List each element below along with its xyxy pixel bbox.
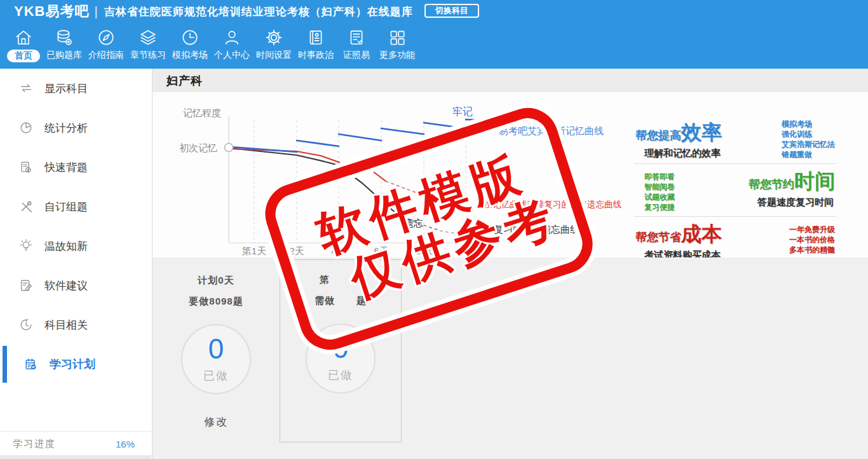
x-tick: 6天 <box>374 245 388 256</box>
promo-list-item: 错题重做 <box>782 149 835 160</box>
promo-list-item: 强化训练 <box>782 129 835 139</box>
nav-item-label: 模拟考场 <box>172 50 208 61</box>
done-count-circle: 0 已做 <box>306 324 376 394</box>
plan-total-questions-label: 要做8098题 <box>189 296 243 308</box>
sidebar-item-study-plan[interactable]: 学习计划 <box>0 345 152 384</box>
sidebar-item-label: 统计分析 <box>44 121 88 135</box>
sidebar-item-show-subjects[interactable]: 显示科目 <box>0 69 152 108</box>
promo-big-prefix: 帮您节约 <box>749 178 794 191</box>
daily-plan-card[interactable]: 第天 需做题 0 已做 <box>280 259 402 442</box>
subject-title-band: 妇产科 <box>153 69 868 92</box>
x-tick: 第1天 <box>242 245 266 256</box>
sidebar-item-quick-memorize[interactable]: 快速背题 <box>0 147 152 187</box>
nav-item-personal-center[interactable]: 个人中心 <box>211 23 253 61</box>
layers-icon <box>139 28 158 47</box>
nav-item-home[interactable]: 首页 <box>4 23 43 62</box>
x-tick: 4天 <box>331 245 346 256</box>
nav-item-purchased-banks[interactable]: 已购题库 <box>43 23 85 61</box>
done-count: 0 <box>208 335 224 363</box>
nav-item-label: 时间设置 <box>256 50 292 61</box>
sidebar-item-review-old[interactable]: 温故知新 <box>0 226 152 266</box>
tools-icon <box>19 200 33 214</box>
plan-icon <box>24 357 38 371</box>
logo-divider: | <box>94 4 97 19</box>
nav-item-label: 介绍指南 <box>88 50 124 61</box>
promo-big-word: 效率 <box>681 121 722 144</box>
promo-big-word: 成本 <box>681 223 722 245</box>
need-do-label-suffix: 题 <box>356 295 367 307</box>
promo-row-cost: 帮您节省成本 考试资料购买成本 一年免费升级 一本书的价格 多本书的精髓 <box>634 216 836 257</box>
sidebar-item-software-feedback[interactable]: 软件建议 <box>0 266 152 305</box>
promo-list-item: 模拟考场 <box>782 119 835 129</box>
sidebar-item-label: 自订组题 <box>44 200 88 214</box>
chart-blue-series-label: 易考吧艾宾浩斯记忆曲线 <box>499 125 604 136</box>
clock-icon <box>180 28 200 47</box>
promo-list-item: 多本书的精髓 <box>789 245 835 255</box>
sidebar-item-label: 软件建议 <box>44 278 88 293</box>
day-label-suffix: 天 <box>351 274 362 286</box>
gear-icon <box>264 28 283 47</box>
study-progress-label: 学习进度 <box>13 438 56 450</box>
chart-ylabel: 记忆程度 <box>183 107 221 118</box>
navbar: 首页 已购题库 介绍指南 章节练习 模拟考场 <box>0 23 868 69</box>
app-title: 吉林省住院医师规范化培训结业理论考核（妇产科）在线题库 <box>104 4 413 19</box>
plan-days-label: 计划0天 <box>198 275 234 287</box>
database-icon <box>55 28 74 47</box>
promo-list-item: 一年免费升级 <box>789 224 835 235</box>
plan-summary-card: 计划0天 要做8098题 0 已做 修改 <box>156 261 276 451</box>
study-plan-section: 计划0天 要做8098题 0 已做 修改 第天 需做题 0 已做 <box>153 257 868 459</box>
app-window: YKB易考吧 | 吉林省住院医师规范化培训结业理论考核（妇产科）在线题库 切换科… <box>0 0 868 459</box>
sidebar-item-statistics[interactable]: 统计分析 <box>0 108 152 147</box>
home-icon <box>14 28 33 47</box>
chart-mid-annotation: 遗忘 <box>404 217 423 228</box>
sidebar-footer: 学习进度 16% <box>0 431 151 459</box>
pie-chart-icon <box>19 121 33 135</box>
nav-item-label: 章节练习 <box>130 50 166 61</box>
switch-subject-button[interactable]: 切换科目 <box>424 4 479 18</box>
user-icon <box>222 28 241 47</box>
nav-item-time-settings[interactable]: 时间设置 <box>253 23 295 61</box>
nav-item-mock-exam[interactable]: 模拟考场 <box>169 23 211 61</box>
grid-icon <box>388 28 407 47</box>
swap-icon <box>19 81 33 95</box>
done-count-label: 已做 <box>203 368 229 383</box>
nav-item-more-functions[interactable]: 更多功能 <box>376 23 418 61</box>
nav-item-intro-guide[interactable]: 介绍指南 <box>85 23 127 61</box>
promo-row-efficiency: 帮您提高效率 理解和记忆的效率 模拟考场 强化训练 艾宾浩斯记忆法 错题重做 <box>634 115 836 163</box>
nav-item-current-politics[interactable]: 时事政治 <box>295 23 337 61</box>
chart-end-annotation: 牢记 <box>452 106 473 117</box>
chart-red-series-label: 按记忆曲线安排复习的自然遗忘曲线 <box>484 200 621 209</box>
sidebar-item-label: 科目相关 <box>44 318 88 332</box>
history-icon <box>19 318 33 332</box>
promo-list-item: 一本书的价格 <box>789 235 835 245</box>
modify-plan-button[interactable]: 修改 <box>204 414 228 429</box>
nav-item-label: 更多功能 <box>379 50 415 61</box>
promo-sub: 理解和记忆的效率 <box>635 147 722 160</box>
promo-list-item: 试题收藏 <box>644 192 675 202</box>
sidebar-item-custom-quiz[interactable]: 自订组题 <box>0 187 152 226</box>
bulb-icon <box>19 239 33 253</box>
promo-list-item: 智能阅卷 <box>644 182 675 192</box>
nav-item-label: 首页 <box>7 50 40 62</box>
feedback-icon <box>19 278 33 292</box>
sidebar-item-label: 温故知新 <box>44 239 88 254</box>
promo-row-time: 即答即看 智能阅卷 试题收藏 复习便捷 帮您节约时间 答题速度复习时间 <box>634 163 836 216</box>
chart-black-series-label: 不复习的自然遗忘曲线 <box>484 224 580 235</box>
chart-start-annotation: 初次记忆 <box>179 142 217 153</box>
nav-item-chapter-practice[interactable]: 章节练习 <box>127 23 169 61</box>
main-content: 妇产科 <box>153 69 868 459</box>
promo-sub: 答题速度复习时间 <box>749 196 835 209</box>
progress-bar-track <box>0 455 151 459</box>
done-count-label: 已做 <box>328 367 353 383</box>
flashcard-icon <box>19 160 33 174</box>
nav-item-label: 个人中心 <box>214 50 250 61</box>
sidebar-item-subject-related[interactable]: 科目相关 <box>0 305 152 345</box>
done-count: 0 <box>333 334 348 362</box>
nav-item-label: 证照易 <box>343 50 370 61</box>
sidebar-item-label: 显示科目 <box>44 81 88 96</box>
need-do-label-prefix: 需做 <box>315 295 335 307</box>
nav-item-certificate[interactable]: 证照易 <box>337 23 376 61</box>
promo-big-prefix: 帮您提高 <box>635 129 681 142</box>
news-icon <box>306 28 325 47</box>
promo-sub: 考试资料购买成本 <box>635 249 722 257</box>
